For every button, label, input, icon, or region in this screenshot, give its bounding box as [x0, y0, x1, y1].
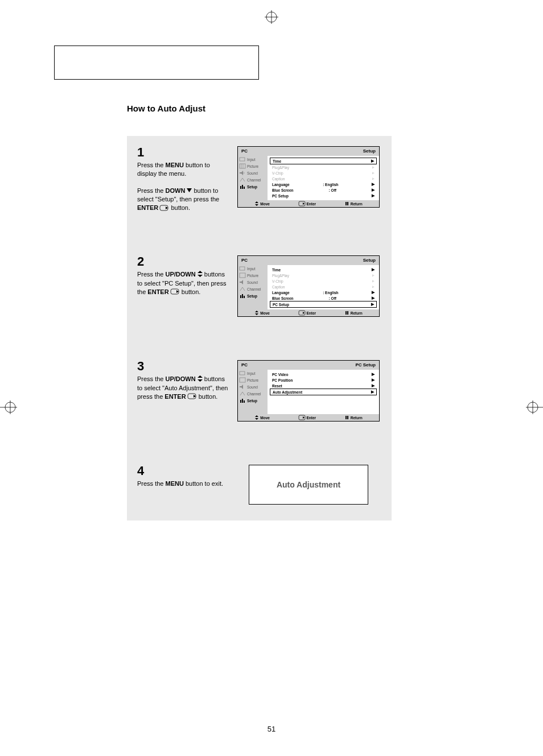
osd-row-pcsetup: PC Setup▶ [270, 193, 377, 199]
sidebar-item-input: Input [238, 370, 268, 377]
updown-arrow-icon [198, 271, 203, 279]
step-2: 2 Press the UP/DOWN buttons to select "P… [127, 245, 392, 333]
svg-marker-29 [176, 290, 179, 293]
osd-row-caption: Caption▹ [270, 284, 377, 290]
osd-row-pcvideo: PC Video▶ [270, 371, 377, 377]
osd-footer: Move Enter Return [238, 200, 379, 207]
enter-icon [171, 288, 180, 296]
svg-marker-9 [187, 188, 192, 192]
sidebar-item-channel: Channel [238, 286, 268, 292]
svg-rect-57 [347, 416, 348, 419]
osd-row-vchip: V-Chip▹ [270, 170, 377, 176]
svg-rect-51 [244, 400, 245, 403]
sidebar-item-channel: Channel [238, 390, 268, 397]
step-3-text: 3 Press the UP/DOWN buttons to select "A… [137, 360, 228, 401]
sidebar-item-setup: Setup [238, 397, 268, 404]
svg-rect-30 [240, 267, 245, 270]
sidebar-item-input: Input [238, 156, 268, 163]
osd-row-language: Language: English▶ [270, 181, 377, 187]
step-2-text: 2 Press the UP/DOWN buttons to select "P… [137, 255, 228, 296]
step-1: 1 Press the MENU button to display the m… [127, 136, 392, 228]
step-1-number: 1 [137, 146, 228, 159]
crop-mark-top [265, 10, 278, 24]
osd-row-plugplay: Plug&Play▹ [270, 164, 377, 170]
svg-marker-36 [255, 311, 258, 312]
svg-marker-26 [198, 271, 203, 273]
step-1-text: 1 Press the MENU button to display the m… [137, 146, 228, 212]
svg-rect-24 [345, 202, 347, 205]
sidebar-item-sound: Sound [238, 279, 268, 286]
picture-icon [240, 164, 245, 168]
svg-marker-11 [166, 206, 168, 209]
input-icon [240, 157, 245, 162]
sidebar-item-sound: Sound [238, 383, 268, 390]
svg-rect-33 [240, 295, 241, 298]
return-icon [345, 201, 349, 206]
sidebar-item-picture: Picture [238, 377, 268, 383]
enter-icon [188, 393, 197, 401]
svg-marker-16 [240, 171, 243, 175]
footer-return: Return [345, 201, 363, 206]
svg-rect-18 [242, 185, 243, 189]
setup-icon [240, 184, 245, 189]
svg-rect-40 [345, 311, 347, 315]
svg-marker-55 [303, 416, 305, 419]
svg-rect-12 [240, 158, 245, 161]
enter-icon [160, 204, 169, 213]
svg-marker-20 [255, 201, 258, 203]
osd-row-bluescreen: Blue Screen: Off▶ [270, 295, 377, 301]
osd-row-vchip: V-Chip▹ [270, 278, 377, 284]
crop-mark-left [0, 400, 17, 414]
sound-icon [240, 171, 245, 175]
osd-row-plugplay: Plug&Play▹ [270, 272, 377, 278]
auto-adjustment-dialog: Auto Adjustment [249, 465, 368, 505]
svg-marker-21 [255, 204, 258, 206]
footer-enter: Enter [299, 201, 316, 206]
step-3-number: 3 [137, 360, 228, 373]
osd-title-left: PC [241, 148, 248, 154]
svg-marker-52 [255, 415, 258, 417]
sidebar-item-picture: Picture [238, 163, 268, 170]
osd-menu-pcsetup: PC PC Setup Input Picture Sound Channel … [237, 360, 380, 422]
osd-row-time: Time▶ [270, 267, 377, 272]
sidebar-item-input: Input [238, 265, 268, 272]
svg-marker-53 [255, 418, 258, 420]
svg-rect-19 [244, 187, 245, 189]
osd-row-pcsetup: PC Setup▶ [270, 301, 377, 308]
osd-main: Time▶ Plug&Play▹ V-Chip▹ Caption▹ Langua… [268, 156, 379, 200]
osd-row-bluescreen: Blue Screen: Off▶ [270, 187, 377, 193]
chapter-header-box [54, 46, 259, 80]
svg-marker-39 [303, 312, 305, 314]
osd-row-time: Time▶ [270, 158, 377, 164]
svg-rect-46 [240, 371, 245, 375]
page-body: How to Auto Adjust 1 Press the MENU butt… [54, 28, 489, 733]
footer-move: Move [254, 201, 270, 206]
sidebar-item-channel: Channel [238, 176, 268, 183]
step-3: 3 Press the UP/DOWN buttons to select "A… [127, 350, 392, 437]
osd-footer: Move Enter Return [238, 309, 379, 316]
svg-marker-32 [240, 280, 243, 284]
steps-panel: 1 Press the MENU button to display the m… [127, 136, 392, 520]
svg-rect-31 [240, 273, 245, 278]
osd-sidebar: Input Picture Sound Channel Setup [238, 156, 268, 200]
sidebar-item-setup: Setup [238, 183, 268, 190]
osd-menu-setup-time: PC Setup Input Picture Sound Channel Set… [237, 146, 380, 208]
svg-rect-34 [242, 294, 243, 298]
down-arrow-icon [187, 187, 192, 195]
osd-menu-setup-pcsetup: PC Setup Input Picture Sound Channel Set… [237, 255, 380, 317]
updown-arrow-icon [198, 375, 203, 384]
osd-sidebar: Input Picture Sound Channel Setup [238, 370, 268, 414]
osd-row-pcposition: PC Position▶ [270, 377, 377, 383]
svg-rect-25 [347, 202, 348, 205]
svg-rect-35 [244, 296, 245, 298]
svg-marker-27 [198, 275, 203, 277]
osd-row-autoadjust: Auto Adjustment▶ [270, 389, 377, 395]
section-title: How to Auto Adjust [127, 104, 489, 113]
svg-rect-50 [242, 399, 243, 403]
step-2-number: 2 [137, 255, 228, 268]
step-4-number: 4 [137, 465, 228, 477]
osd-row-language: Language: English▶ [270, 290, 377, 295]
sidebar-item-setup: Setup [238, 292, 268, 299]
svg-rect-17 [240, 186, 241, 189]
svg-rect-41 [347, 311, 348, 315]
